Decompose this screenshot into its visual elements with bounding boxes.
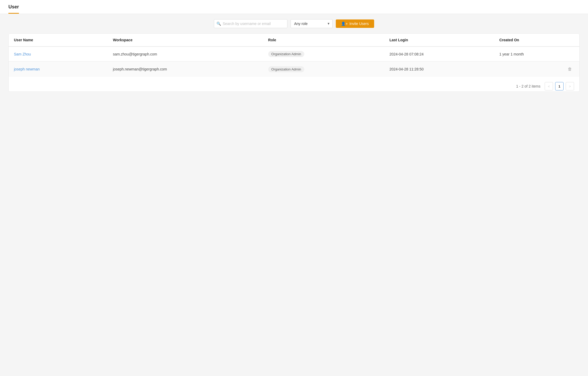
user-cell-actions-2: 🗑 bbox=[560, 62, 579, 77]
col-header-role: Role bbox=[263, 34, 384, 47]
users-table-container: User Name Workspace Role Last Login Crea… bbox=[8, 33, 580, 92]
user-cell-lastlogin-2: 2024-04-28 11:28:50 bbox=[384, 62, 494, 77]
role-badge-1: Organization Admin bbox=[268, 51, 304, 57]
user-cell-role-1: Organization Admin bbox=[263, 47, 384, 62]
next-page-button[interactable]: > bbox=[566, 82, 574, 90]
main-content: User Name Workspace Role Last Login Crea… bbox=[0, 33, 588, 100]
role-select[interactable]: Any role Organization Admin Member Viewe… bbox=[291, 19, 333, 28]
chevron-right-icon: > bbox=[569, 84, 571, 88]
prev-page-button[interactable]: < bbox=[545, 82, 553, 90]
users-table: User Name Workspace Role Last Login Crea… bbox=[9, 34, 579, 77]
table-row: Sam Zhou sam.zhou@tigergraph.com Organiz… bbox=[9, 47, 579, 62]
user-cell-workspace-1: sam.zhou@tigergraph.com bbox=[108, 47, 263, 62]
pagination-summary: 1 - 2 of 2 items bbox=[516, 84, 540, 88]
search-icon: 🔍 bbox=[216, 22, 221, 26]
toolbar: 🔍 Any role Organization Admin Member Vie… bbox=[0, 14, 588, 33]
page-1-button[interactable]: 1 bbox=[555, 82, 564, 90]
user-cell-createdon-2 bbox=[494, 62, 560, 77]
user-cell-workspace-2: joseph.newman@tigergraph.com bbox=[108, 62, 263, 77]
table-row: joseph newman joseph.newman@tigergraph.c… bbox=[9, 62, 579, 77]
user-cell-username: Sam Zhou bbox=[9, 47, 108, 62]
table-header: User Name Workspace Role Last Login Crea… bbox=[9, 34, 579, 47]
col-header-workspace: Workspace bbox=[108, 34, 263, 47]
search-input[interactable] bbox=[214, 19, 287, 28]
col-header-lastlogin: Last Login bbox=[384, 34, 494, 47]
page-header: User bbox=[0, 0, 588, 14]
chevron-left-icon: < bbox=[548, 84, 550, 88]
role-badge-2: Organization Admin bbox=[268, 66, 304, 72]
pagination: 1 - 2 of 2 items < 1 > bbox=[9, 77, 579, 92]
table-header-row: User Name Workspace Role Last Login Crea… bbox=[9, 34, 579, 47]
col-header-username: User Name bbox=[9, 34, 108, 47]
add-user-icon: 👤+ bbox=[341, 22, 348, 26]
col-header-createdon: Created On bbox=[494, 34, 560, 47]
page-title: User bbox=[8, 4, 19, 14]
role-select-wrapper: Any role Organization Admin Member Viewe… bbox=[291, 19, 333, 28]
invite-button-label: Invite Users bbox=[349, 22, 369, 26]
user-link-sam-zhou[interactable]: Sam Zhou bbox=[14, 52, 31, 56]
user-cell-actions-1 bbox=[560, 47, 579, 62]
col-header-actions bbox=[560, 34, 579, 47]
user-cell-role-2: Organization Admin bbox=[263, 62, 384, 77]
user-cell-createdon-1: 1 year 1 month bbox=[494, 47, 560, 62]
invite-users-button[interactable]: 👤+ Invite Users bbox=[336, 19, 374, 28]
user-cell-lastlogin-1: 2024-04-28 07:08:24 bbox=[384, 47, 494, 62]
search-wrapper: 🔍 bbox=[214, 19, 287, 28]
user-cell-username-2: joseph newman bbox=[9, 62, 108, 77]
user-link-joseph-newman[interactable]: joseph newman bbox=[14, 67, 40, 71]
table-body: Sam Zhou sam.zhou@tigergraph.com Organiz… bbox=[9, 47, 579, 77]
trash-icon: 🗑 bbox=[568, 67, 572, 72]
delete-user-button[interactable]: 🗑 bbox=[566, 66, 574, 73]
